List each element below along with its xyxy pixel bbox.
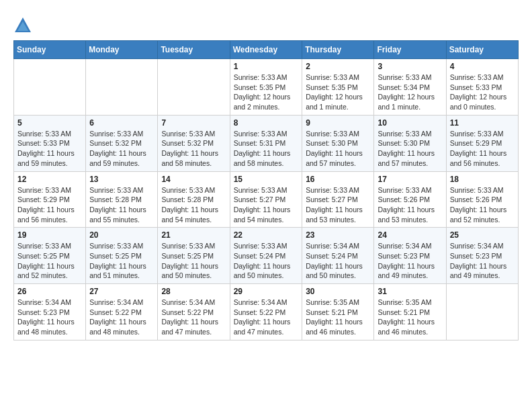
header: [13, 13, 519, 35]
day-number: 20: [89, 230, 154, 240]
day-info: Sunrise: 5:33 AM Sunset: 5:27 PM Dayligh…: [306, 185, 370, 225]
calendar-cell: 17Sunrise: 5:33 AM Sunset: 5:26 PM Dayli…: [374, 171, 446, 228]
day-number: 22: [234, 230, 299, 240]
calendar-cell: 21Sunrise: 5:33 AM Sunset: 5:25 PM Dayli…: [158, 228, 230, 284]
calendar-cell: 26Sunrise: 5:34 AM Sunset: 5:23 PM Dayli…: [14, 284, 86, 340]
day-info: Sunrise: 5:33 AM Sunset: 5:32 PM Dayligh…: [161, 129, 226, 169]
day-number: 3: [378, 62, 442, 71]
day-info: Sunrise: 5:33 AM Sunset: 5:28 PM Dayligh…: [161, 185, 226, 225]
day-info: Sunrise: 5:33 AM Sunset: 5:24 PM Dayligh…: [234, 241, 299, 281]
logo-icon: [13, 16, 32, 35]
day-of-week-header: Wednesday: [230, 41, 302, 59]
day-number: 21: [161, 230, 226, 240]
calendar-week-row: 26Sunrise: 5:34 AM Sunset: 5:23 PM Dayli…: [14, 284, 519, 340]
calendar-cell: 1Sunrise: 5:33 AM Sunset: 5:35 PM Daylig…: [230, 59, 302, 116]
calendar-cell: 11Sunrise: 5:33 AM Sunset: 5:29 PM Dayli…: [446, 115, 518, 171]
calendar-cell: 13Sunrise: 5:33 AM Sunset: 5:28 PM Dayli…: [86, 171, 158, 228]
calendar-cell: 9Sunrise: 5:33 AM Sunset: 5:30 PM Daylig…: [302, 115, 374, 171]
calendar-cell: 14Sunrise: 5:33 AM Sunset: 5:28 PM Dayli…: [158, 171, 230, 228]
day-info: Sunrise: 5:33 AM Sunset: 5:28 PM Dayligh…: [89, 185, 154, 225]
day-info: Sunrise: 5:34 AM Sunset: 5:22 PM Dayligh…: [89, 298, 154, 337]
day-number: 5: [17, 118, 82, 128]
day-number: 29: [234, 287, 299, 296]
day-number: 9: [306, 118, 370, 128]
calendar-cell: 27Sunrise: 5:34 AM Sunset: 5:22 PM Dayli…: [86, 284, 158, 340]
calendar-cell: 5Sunrise: 5:33 AM Sunset: 5:33 PM Daylig…: [14, 115, 86, 171]
calendar-cell: [158, 59, 230, 116]
day-info: Sunrise: 5:33 AM Sunset: 5:30 PM Dayligh…: [378, 129, 442, 169]
day-number: 11: [450, 118, 515, 128]
calendar-cell: 22Sunrise: 5:33 AM Sunset: 5:24 PM Dayli…: [230, 228, 302, 284]
day-info: Sunrise: 5:33 AM Sunset: 5:26 PM Dayligh…: [450, 185, 515, 225]
day-of-week-header: Tuesday: [158, 41, 230, 59]
calendar-cell: [14, 59, 86, 116]
calendar-cell: 24Sunrise: 5:34 AM Sunset: 5:23 PM Dayli…: [374, 228, 446, 284]
day-of-week-header: Monday: [86, 41, 158, 59]
day-info: Sunrise: 5:33 AM Sunset: 5:25 PM Dayligh…: [161, 241, 226, 281]
day-number: 27: [89, 287, 154, 296]
day-info: Sunrise: 5:34 AM Sunset: 5:23 PM Dayligh…: [17, 298, 82, 337]
day-number: 15: [234, 175, 299, 184]
day-of-week-header: Thursday: [302, 41, 374, 59]
calendar-week-row: 5Sunrise: 5:33 AM Sunset: 5:33 PM Daylig…: [14, 115, 519, 171]
calendar-week-row: 12Sunrise: 5:33 AM Sunset: 5:29 PM Dayli…: [14, 171, 519, 228]
calendar-cell: 12Sunrise: 5:33 AM Sunset: 5:29 PM Dayli…: [14, 171, 86, 228]
day-info: Sunrise: 5:34 AM Sunset: 5:24 PM Dayligh…: [306, 241, 370, 281]
day-number: 18: [450, 175, 515, 184]
day-info: Sunrise: 5:33 AM Sunset: 5:32 PM Dayligh…: [89, 129, 154, 169]
day-number: 2: [306, 62, 370, 71]
day-info: Sunrise: 5:33 AM Sunset: 5:26 PM Dayligh…: [378, 185, 442, 225]
calendar-cell: 31Sunrise: 5:35 AM Sunset: 5:21 PM Dayli…: [374, 284, 446, 340]
day-number: 19: [17, 230, 82, 240]
day-number: 7: [161, 118, 226, 128]
day-info: Sunrise: 5:33 AM Sunset: 5:31 PM Dayligh…: [234, 129, 299, 169]
day-info: Sunrise: 5:34 AM Sunset: 5:23 PM Dayligh…: [450, 241, 515, 281]
calendar-cell: 19Sunrise: 5:33 AM Sunset: 5:25 PM Dayli…: [14, 228, 86, 284]
day-info: Sunrise: 5:34 AM Sunset: 5:22 PM Dayligh…: [161, 298, 226, 337]
day-info: Sunrise: 5:34 AM Sunset: 5:23 PM Dayligh…: [378, 241, 442, 281]
calendar-cell: 7Sunrise: 5:33 AM Sunset: 5:32 PM Daylig…: [158, 115, 230, 171]
day-info: Sunrise: 5:33 AM Sunset: 5:35 PM Dayligh…: [234, 73, 299, 112]
header-row: SundayMondayTuesdayWednesdayThursdayFrid…: [14, 41, 519, 59]
calendar-cell: 28Sunrise: 5:34 AM Sunset: 5:22 PM Dayli…: [158, 284, 230, 340]
calendar-week-row: 19Sunrise: 5:33 AM Sunset: 5:25 PM Dayli…: [14, 228, 519, 284]
day-of-week-header: Sunday: [14, 41, 86, 59]
day-number: 1: [234, 62, 299, 71]
calendar-cell: 2Sunrise: 5:33 AM Sunset: 5:35 PM Daylig…: [302, 59, 374, 116]
day-info: Sunrise: 5:33 AM Sunset: 5:30 PM Dayligh…: [306, 129, 370, 169]
calendar-cell: 29Sunrise: 5:34 AM Sunset: 5:22 PM Dayli…: [230, 284, 302, 340]
day-number: 13: [89, 175, 154, 184]
calendar-cell: [86, 59, 158, 116]
day-number: 17: [378, 175, 442, 184]
day-number: 6: [89, 118, 154, 128]
day-number: 14: [161, 175, 226, 184]
day-number: 26: [17, 287, 82, 296]
day-info: Sunrise: 5:33 AM Sunset: 5:33 PM Dayligh…: [450, 73, 515, 112]
day-number: 25: [450, 230, 515, 240]
calendar-cell: 8Sunrise: 5:33 AM Sunset: 5:31 PM Daylig…: [230, 115, 302, 171]
logo: [13, 16, 35, 35]
day-info: Sunrise: 5:33 AM Sunset: 5:34 PM Dayligh…: [378, 73, 442, 112]
calendar-cell: 16Sunrise: 5:33 AM Sunset: 5:27 PM Dayli…: [302, 171, 374, 228]
calendar-week-row: 1Sunrise: 5:33 AM Sunset: 5:35 PM Daylig…: [14, 59, 519, 116]
calendar-cell: 23Sunrise: 5:34 AM Sunset: 5:24 PM Dayli…: [302, 228, 374, 284]
day-info: Sunrise: 5:35 AM Sunset: 5:21 PM Dayligh…: [306, 298, 370, 337]
day-number: 23: [306, 230, 370, 240]
calendar-cell: 25Sunrise: 5:34 AM Sunset: 5:23 PM Dayli…: [446, 228, 518, 284]
day-info: Sunrise: 5:33 AM Sunset: 5:25 PM Dayligh…: [17, 241, 82, 281]
day-info: Sunrise: 5:33 AM Sunset: 5:33 PM Dayligh…: [17, 129, 82, 169]
day-info: Sunrise: 5:33 AM Sunset: 5:29 PM Dayligh…: [450, 129, 515, 169]
day-number: 31: [378, 287, 442, 296]
calendar-cell: 18Sunrise: 5:33 AM Sunset: 5:26 PM Dayli…: [446, 171, 518, 228]
day-info: Sunrise: 5:34 AM Sunset: 5:22 PM Dayligh…: [234, 298, 299, 337]
calendar-table: SundayMondayTuesdayWednesdayThursdayFrid…: [13, 40, 519, 340]
day-number: 12: [17, 175, 82, 184]
day-number: 8: [234, 118, 299, 128]
day-number: 24: [378, 230, 442, 240]
calendar-header: SundayMondayTuesdayWednesdayThursdayFrid…: [14, 41, 519, 59]
calendar-body: 1Sunrise: 5:33 AM Sunset: 5:35 PM Daylig…: [14, 59, 519, 340]
day-info: Sunrise: 5:33 AM Sunset: 5:29 PM Dayligh…: [17, 185, 82, 225]
calendar-cell: 30Sunrise: 5:35 AM Sunset: 5:21 PM Dayli…: [302, 284, 374, 340]
day-info: Sunrise: 5:33 AM Sunset: 5:27 PM Dayligh…: [234, 185, 299, 225]
calendar-cell: 6Sunrise: 5:33 AM Sunset: 5:32 PM Daylig…: [86, 115, 158, 171]
